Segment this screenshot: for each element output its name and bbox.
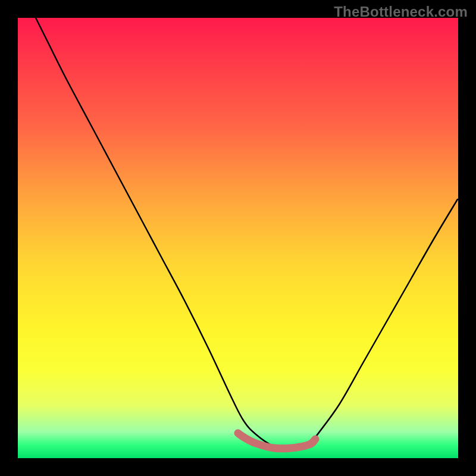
chart-frame xyxy=(18,18,458,458)
curve-svg xyxy=(18,18,458,458)
main-curve xyxy=(36,18,458,449)
watermark: TheBottleneck.com xyxy=(334,4,468,20)
optimal-window-marker xyxy=(238,433,315,449)
